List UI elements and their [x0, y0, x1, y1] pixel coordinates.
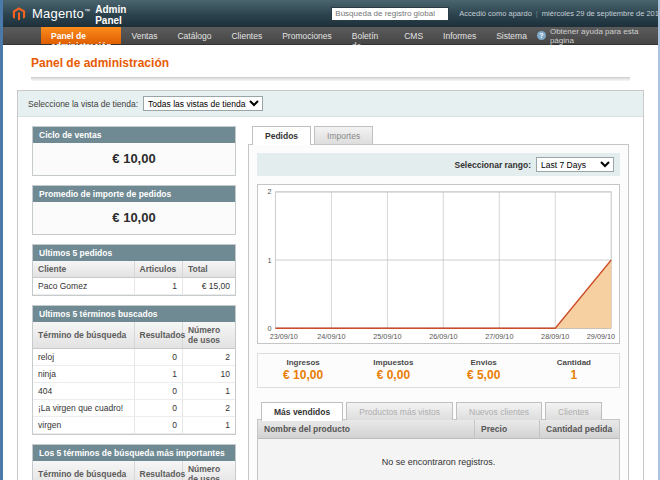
card-title: Ultimos 5 términos buscados [33, 306, 235, 322]
table-cell: 0 [134, 400, 182, 417]
grid-column-header: Precio [475, 420, 540, 439]
products-grid: Nombre del productoPrecioCantidad pedida… [257, 419, 620, 480]
svg-text:25/09/10: 25/09/10 [373, 332, 401, 341]
global-search-input[interactable] [331, 7, 449, 21]
stat-value: € 0,00 [348, 368, 438, 382]
store-view-bar: Seleccione la vista de tienda: Todas las… [18, 91, 643, 117]
nav-item-boletin-de-noticias[interactable]: Boletín de noticias [342, 27, 394, 44]
tab-clientes[interactable]: Clientes [545, 402, 602, 420]
card-title: Los 5 términos de búsqueda más important… [33, 445, 235, 461]
table-cell: reloj [33, 349, 134, 366]
column-header: Resultados [134, 461, 182, 480]
empty-grid-message: No se encontraron registros. [258, 439, 619, 480]
store-view-label: Seleccione la vista de tienda: [28, 99, 138, 109]
nav-item-panel-de-administracion[interactable]: Panel de administración [41, 27, 121, 44]
card-value: € 10,00 [33, 143, 235, 175]
current-date: miércoles 29 de septiembre de 2010 [542, 9, 660, 18]
stat-label: Impuestos [348, 358, 438, 367]
table-cell: ¡La virgen que cuadro! [33, 400, 134, 417]
nav-items: Panel de administraciónVentasCatálogoCli… [41, 27, 537, 44]
tab-importes[interactable]: Importes [314, 126, 373, 144]
tab-productos-mas-vistos[interactable]: Productos más vistos [346, 402, 453, 420]
tab-pedidos[interactable]: Pedidos [252, 126, 311, 145]
stat-value: 1 [529, 368, 619, 382]
window: Magento™ Admin Panel Accedió como apardo… [0, 0, 660, 480]
table-cell: 0 [134, 349, 182, 366]
table-cell: 2 [182, 400, 235, 417]
page-title: Panel de administración [31, 56, 658, 70]
card-los-5-terminos-de-busqueda-mas-importantes: Los 5 términos de búsqueda más important… [32, 444, 236, 480]
stat-ingresos: Ingresos€ 10,00 [258, 354, 348, 387]
table-row[interactable]: ¡La virgen que cuadro!02 [33, 400, 235, 417]
table-cell: virgen [33, 417, 134, 434]
column-header: Total [182, 261, 235, 278]
nav-item-promociones[interactable]: Promociones [272, 27, 342, 44]
nav-item-clientes[interactable]: Clientes [221, 27, 272, 44]
top-header: Magento™ Admin Panel Accedió como apardo… [3, 0, 658, 27]
help-link[interactable]: ? Obtener ayuda para esta página [537, 27, 658, 44]
table-cell: 1 [134, 366, 182, 383]
grid-column-header: Cantidad pedida [540, 420, 619, 439]
column-header: Término de búsqueda [33, 322, 134, 349]
svg-text:1: 1 [268, 255, 272, 264]
stat-impuestos: Impuestos€ 0,00 [348, 354, 438, 387]
svg-text:2: 2 [268, 187, 272, 196]
logged-in-as: Accedió como apardo [459, 9, 532, 18]
table-cell: 1 [182, 417, 235, 434]
nav-item-sistema[interactable]: Sistema [486, 27, 537, 44]
table-row[interactable]: Paco Gomez1€ 15,00 [33, 278, 235, 295]
range-bar: Seleccionar rango: Last 7 Days [257, 153, 620, 176]
nav-item-ventas[interactable]: Ventas [121, 27, 167, 44]
brand-name: Magento™ [32, 6, 90, 21]
card-promedio-de-importe-de-pedidos: Promedio de importe de pedidos€ 10,00 [32, 185, 236, 235]
content: Panel de administración Seleccione la vi… [3, 45, 658, 480]
table-cell: 2 [182, 349, 235, 366]
card-title: Ciclo de ventas [33, 127, 235, 143]
report-tabs: Más vendidosProductos más vistosNuevos c… [257, 402, 620, 420]
nav-item-catalogo[interactable]: Catálogo [167, 27, 221, 44]
table-row[interactable]: reloj02 [33, 349, 235, 366]
table-cell: 404 [33, 383, 134, 400]
range-select[interactable]: Last 7 Days [536, 157, 614, 172]
tab-mas-vendidos[interactable]: Más vendidos [261, 402, 343, 421]
nav-item-informes[interactable]: Informes [433, 27, 486, 44]
panel-tabs: Pedidos Importes [248, 126, 629, 144]
store-view-select[interactable]: Todas las vistas de tienda [143, 96, 263, 111]
stat-value: € 5,00 [439, 368, 529, 382]
table-cell: 1 [134, 278, 182, 295]
table-cell: 10 [182, 366, 235, 383]
stat-label: Envios [439, 358, 529, 367]
table-cell: 1 [182, 383, 235, 400]
table-cell: Paco Gomez [33, 278, 134, 295]
svg-text:26/09/10: 26/09/10 [429, 332, 457, 341]
stat-label: Ingresos [258, 358, 348, 367]
card-title: Ultimos 5 pedidos [33, 245, 235, 261]
range-label: Seleccionar rango: [454, 160, 531, 170]
magento-logo-icon [11, 6, 27, 22]
grid-column-header: Nombre del producto [258, 420, 475, 439]
orders-panel: Pedidos Importes Seleccionar rango: Last… [248, 126, 629, 480]
card-ciclo-de-ventas: Ciclo de ventas€ 10,00 [32, 126, 236, 176]
stat-value: € 10,00 [258, 368, 348, 382]
totals-row: Ingresos€ 10,00Impuestos€ 0,00Envios€ 5,… [257, 353, 620, 388]
table-cell: 0 [134, 383, 182, 400]
table-row[interactable]: virgen01 [33, 417, 235, 434]
table-row[interactable]: ninja110 [33, 366, 235, 383]
area-chart: 01223/09/1024/09/1025/09/1026/09/1027/09… [257, 184, 620, 344]
column-header: Número de usos [182, 461, 235, 480]
nav-item-cms[interactable]: CMS [394, 27, 433, 44]
svg-text:27/09/10: 27/09/10 [485, 332, 513, 341]
card-ultimos-5-terminos-buscados: Ultimos 5 términos buscadosTérmino de bú… [32, 305, 236, 435]
table-row[interactable]: 40401 [33, 383, 235, 400]
sidebar-cards: Ciclo de ventas€ 10,00Promedio de import… [32, 126, 236, 480]
column-header: Término de búsqueda [33, 461, 134, 480]
column-header: Resultados [134, 322, 182, 349]
svg-text:28/09/10: 28/09/10 [541, 332, 569, 341]
column-header: Número de usos [182, 322, 235, 349]
svg-text:29/09/10: 29/09/10 [587, 332, 615, 341]
main-nav: Panel de administraciónVentasCatálogoCli… [3, 27, 658, 45]
tab-nuevos-clientes[interactable]: Nuevos clientes [456, 402, 542, 420]
dashboard-container: Seleccione la vista de tienda: Todas las… [17, 90, 644, 480]
orders-chart: 01223/09/1024/09/1025/09/1026/09/1027/09… [257, 184, 620, 344]
stat-envios: Envios€ 5,00 [439, 354, 529, 387]
